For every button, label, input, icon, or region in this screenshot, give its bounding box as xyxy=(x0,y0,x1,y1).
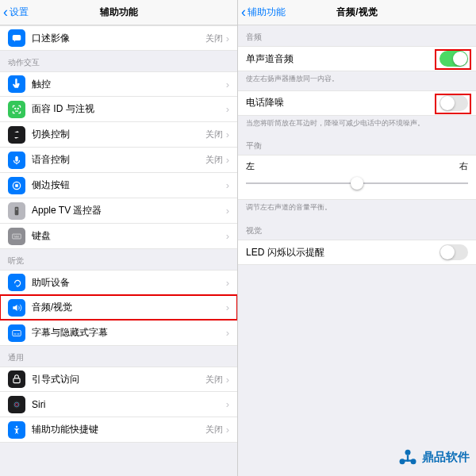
settings-row[interactable]: Apple TV 遥控器› xyxy=(0,198,237,224)
settings-row[interactable]: 引导式访问关闭› xyxy=(0,367,237,392)
balance-footer: 调节左右声道的音量平衡。 xyxy=(238,200,476,219)
svg-rect-11 xyxy=(17,235,18,236)
page-title-left: 辅助功能 xyxy=(0,6,237,19)
svg-point-2 xyxy=(17,108,18,109)
row-label: 口述影像 xyxy=(32,32,205,45)
section-audio: 音频 xyxy=(238,25,476,46)
mono-audio-toggle[interactable] xyxy=(440,51,468,67)
section-header: 动作交互 xyxy=(0,51,237,71)
watermark: 鼎品软件 xyxy=(397,446,470,468)
balance-slider-container: 左 右 xyxy=(238,155,476,200)
row-icon xyxy=(8,396,25,413)
svg-rect-0 xyxy=(13,35,21,40)
row-label: 侧边按钮 xyxy=(32,178,226,192)
chevron-right-icon: › xyxy=(226,327,229,339)
row-icon xyxy=(8,228,25,245)
row-label: Siri xyxy=(32,399,226,410)
svg-point-1 xyxy=(15,108,16,109)
svg-point-17 xyxy=(13,400,21,409)
settings-row[interactable]: 音频/视觉› xyxy=(0,295,237,321)
svg-rect-9 xyxy=(14,235,15,236)
row-label: 助听设备 xyxy=(32,276,226,290)
back-label: 设置 xyxy=(10,6,29,19)
led-flash-toggle[interactable] xyxy=(440,244,468,260)
svg-rect-10 xyxy=(16,235,17,236)
section-balance: 平衡 xyxy=(238,134,476,155)
row-icon xyxy=(8,299,25,317)
noise-footer: 当您将听筒放在耳边时，降噪可减少电话中的环境噪声。 xyxy=(238,116,476,135)
row-label: 面容 ID 与注视 xyxy=(32,102,226,116)
audio-visual-screen: ‹ 辅助功能 音频/视觉 音频 单声道音频 使左右扬声器播放同一内容。 电话降噪… xyxy=(238,0,476,476)
row-voiceover-image[interactable]: 口述影像 关闭 › xyxy=(0,25,237,51)
svg-rect-6 xyxy=(15,206,19,215)
row-icon xyxy=(8,101,25,118)
chevron-right-icon: › xyxy=(226,154,229,166)
svg-rect-8 xyxy=(13,234,21,239)
settings-row[interactable]: 触控› xyxy=(0,71,237,97)
svg-rect-12 xyxy=(14,236,19,237)
row-label: LED 闪烁以示提醒 xyxy=(246,246,440,259)
accessibility-screen: ‹ 设置 辅助功能 口述影像 关闭 › 动作交互触控›面容 ID 与注视›切换控… xyxy=(0,0,238,476)
row-label: 键盘 xyxy=(32,229,226,243)
svg-rect-13 xyxy=(13,330,21,336)
section-visual: 视觉 xyxy=(238,219,476,240)
row-icon xyxy=(8,202,25,220)
row-value: 关闭 xyxy=(205,374,223,386)
row-icon xyxy=(8,126,25,144)
section-header: 通用 xyxy=(0,346,237,367)
row-label: 触控 xyxy=(32,78,226,91)
svg-rect-25 xyxy=(401,460,416,462)
balance-left-label: 左 xyxy=(246,160,255,172)
phone-noise-toggle[interactable] xyxy=(440,95,468,111)
chevron-right-icon: › xyxy=(226,301,229,313)
settings-row[interactable]: 助听设备› xyxy=(0,270,237,295)
row-label: 引导式访问 xyxy=(32,373,205,386)
row-icon xyxy=(8,75,25,93)
row-value: 关闭 xyxy=(205,424,223,436)
settings-row[interactable]: Siri› xyxy=(0,392,237,417)
row-icon xyxy=(8,177,25,194)
row-label: 音频/视觉 xyxy=(32,301,226,314)
row-value: 关闭 xyxy=(205,154,223,166)
settings-row[interactable]: 切换控制关闭› xyxy=(0,122,237,148)
chevron-right-icon: › xyxy=(226,79,229,90)
svg-point-7 xyxy=(16,208,17,209)
row-label: 辅助功能快捷键 xyxy=(32,423,205,436)
row-icon xyxy=(8,421,25,439)
svg-rect-16 xyxy=(13,378,20,383)
svg-rect-15 xyxy=(17,333,20,334)
section-header: 听觉 xyxy=(0,249,237,270)
settings-row[interactable]: 语音控制关闭› xyxy=(0,148,237,173)
row-label: 语音控制 xyxy=(32,153,205,167)
row-led-flash[interactable]: LED 闪烁以示提醒 xyxy=(238,240,476,265)
svg-rect-14 xyxy=(14,333,17,334)
chevron-right-icon: › xyxy=(226,424,229,436)
balance-right-label: 右 xyxy=(459,160,468,172)
chevron-left-icon: ‹ xyxy=(241,4,246,21)
chevron-right-icon: › xyxy=(226,103,229,115)
back-button-settings[interactable]: ‹ 设置 xyxy=(0,4,29,21)
chevron-left-icon: ‹ xyxy=(3,4,8,21)
row-icon xyxy=(8,370,25,388)
row-label: 字幕与隐藏式字幕 xyxy=(32,326,226,340)
settings-row[interactable]: 辅助功能快捷键关闭› xyxy=(0,417,237,443)
chevron-right-icon: › xyxy=(226,398,229,410)
row-phone-noise[interactable]: 电话降噪 xyxy=(238,90,476,116)
svg-point-21 xyxy=(405,450,411,455)
navbar-right: ‹ 辅助功能 音频/视觉 xyxy=(238,0,476,25)
row-icon xyxy=(8,324,25,342)
chevron-right-icon: › xyxy=(226,129,229,140)
row-mono-audio[interactable]: 单声道音频 xyxy=(238,46,476,71)
svg-rect-5 xyxy=(16,184,17,186)
row-icon xyxy=(8,274,25,291)
row-label: Apple TV 遥控器 xyxy=(32,204,226,217)
settings-row[interactable]: 字幕与隐藏式字幕› xyxy=(0,321,237,346)
settings-row[interactable]: 键盘› xyxy=(0,224,237,249)
balance-slider[interactable] xyxy=(246,175,468,191)
row-label: 切换控制 xyxy=(32,128,205,141)
settings-row[interactable]: 侧边按钮› xyxy=(0,173,237,198)
back-button-accessibility[interactable]: ‹ 辅助功能 xyxy=(238,4,286,21)
chevron-right-icon: › xyxy=(226,374,229,386)
navbar-left: ‹ 设置 辅助功能 xyxy=(0,0,237,25)
settings-row[interactable]: 面容 ID 与注视› xyxy=(0,97,237,122)
